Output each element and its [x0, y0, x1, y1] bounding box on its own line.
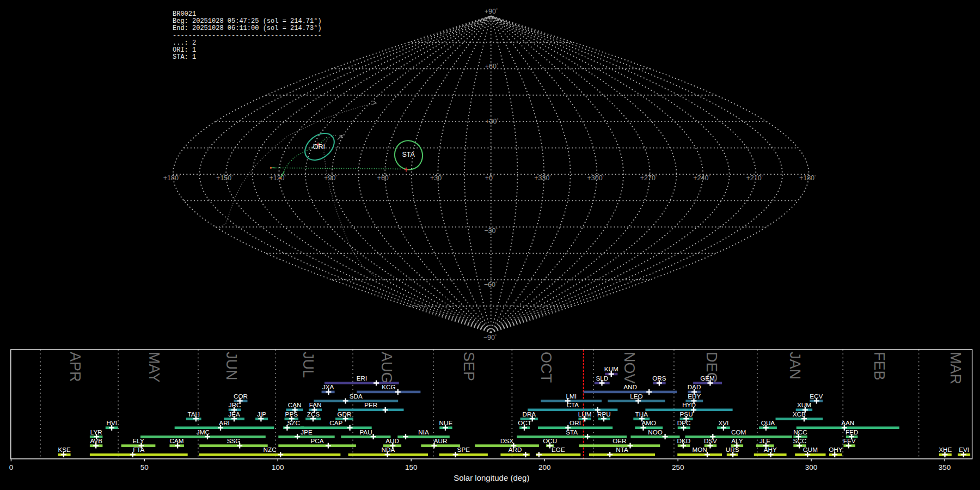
svg-text:DRA: DRA	[522, 411, 536, 418]
svg-text:------------------------------: --------------------------------------	[173, 32, 322, 40]
svg-text:JIP: JIP	[257, 411, 266, 418]
svg-text:+30°: +30°	[485, 118, 498, 125]
svg-text:Solar longitude (deg): Solar longitude (deg)	[454, 473, 529, 482]
svg-text:+60°: +60°	[377, 174, 390, 182]
svg-text:SSG: SSG	[227, 437, 241, 444]
svg-text:+180°: +180°	[163, 174, 180, 182]
svg-text:End: 20251028 06:11:00 (sol =: End: 20251028 06:11:00 (sol = 214.73°)	[173, 24, 322, 32]
svg-text:+330°: +330°	[534, 174, 551, 182]
svg-text:−30°: −30°	[484, 227, 497, 235]
svg-text:0: 0	[9, 463, 14, 471]
svg-text:NTA: NTA	[616, 446, 628, 453]
svg-text:+270°: +270°	[640, 174, 657, 182]
svg-text:JLE: JLE	[759, 437, 770, 444]
svg-text:FTA: FTA	[133, 446, 144, 453]
svg-text:ORI: ORI	[569, 419, 581, 426]
svg-text:ELY: ELY	[132, 437, 144, 444]
svg-text:DSX: DSX	[500, 437, 513, 444]
svg-text:COR: COR	[234, 393, 248, 400]
svg-text:+60°: +60°	[485, 63, 498, 70]
svg-text:NCC: NCC	[793, 428, 807, 436]
svg-text:BR0021: BR0021	[173, 10, 196, 18]
svg-text:GEM: GEM	[700, 375, 715, 382]
svg-text:AAN: AAN	[841, 419, 854, 426]
svg-text:SEP: SEP	[461, 352, 477, 381]
svg-text:JAN: JAN	[787, 352, 803, 379]
svg-text:ORI: 1: ORI: 1	[173, 46, 196, 54]
svg-text:+180°: +180°	[799, 174, 816, 182]
svg-text:JRC: JRC	[229, 401, 241, 408]
svg-text:PER: PER	[364, 401, 377, 408]
svg-text:NOV: NOV	[621, 352, 638, 384]
svg-text:−90°: −90°	[483, 334, 497, 341]
svg-text:JPE: JPE	[301, 428, 313, 436]
svg-text:KCG: KCG	[382, 383, 395, 390]
svg-text:FEB: FEB	[871, 352, 887, 381]
svg-text:GUM: GUM	[803, 446, 818, 453]
svg-text:MAR: MAR	[947, 352, 964, 384]
svg-text:+210°: +210°	[746, 174, 763, 182]
svg-text:SDA: SDA	[350, 393, 363, 400]
svg-text:−60°: −60°	[484, 281, 497, 289]
svg-text:+90°: +90°	[485, 8, 498, 15]
svg-text:XUM: XUM	[797, 401, 811, 408]
svg-text:350: 350	[939, 463, 951, 471]
svg-text:+30°: +30°	[430, 174, 443, 182]
svg-text:JUN: JUN	[223, 352, 240, 381]
svg-text:Beg: 20251028 05:47:25 (sol =: Beg: 20251028 05:47:25 (sol = 214.71°)	[173, 17, 322, 25]
svg-text:AUG: AUG	[378, 352, 395, 384]
svg-text:OHY: OHY	[829, 446, 843, 453]
svg-text:200: 200	[538, 463, 551, 471]
svg-text:NIA: NIA	[418, 428, 429, 436]
svg-text:100: 100	[272, 463, 284, 471]
svg-text:CAP: CAP	[329, 419, 342, 426]
svg-text:ORI: ORI	[313, 143, 325, 151]
svg-text:PCA: PCA	[311, 437, 324, 444]
svg-text:NOO: NOO	[648, 428, 663, 436]
svg-text:STA: 1: STA: 1	[173, 53, 196, 61]
svg-text:LEO: LEO	[630, 393, 642, 400]
svg-text:SZC: SZC	[287, 419, 300, 426]
svg-text:TAH: TAH	[187, 411, 200, 418]
svg-text:150: 150	[405, 463, 418, 471]
svg-text:AUR: AUR	[434, 437, 448, 444]
svg-text:+90°: +90°	[324, 174, 337, 182]
svg-text:...: 2: ...: 2	[173, 39, 196, 47]
svg-text:AND: AND	[623, 383, 637, 390]
svg-text:CTA: CTA	[567, 401, 579, 408]
svg-text:+120°: +120°	[269, 174, 286, 182]
svg-text:250: 250	[672, 463, 684, 471]
svg-text:STA: STA	[402, 151, 415, 158]
svg-text:QUA: QUA	[761, 419, 775, 426]
svg-text:50: 50	[140, 463, 149, 471]
svg-text:GDR: GDR	[338, 411, 352, 418]
svg-text:OCT: OCT	[538, 352, 554, 383]
svg-text:OER: OER	[612, 437, 626, 444]
svg-text:COM: COM	[731, 428, 746, 436]
svg-text:+300°: +300°	[587, 174, 604, 182]
svg-text:+240°: +240°	[693, 174, 710, 182]
svg-text:CAM: CAM	[170, 437, 184, 444]
svg-text:PAU: PAU	[359, 428, 372, 436]
svg-text:ERI: ERI	[357, 375, 367, 382]
svg-text:ARD: ARD	[509, 446, 522, 453]
svg-text:APR: APR	[67, 352, 83, 382]
svg-text:EGE: EGE	[552, 446, 565, 453]
svg-text:KSE: KSE	[58, 446, 71, 453]
svg-text:NZC: NZC	[264, 446, 277, 453]
svg-text:+0°: +0°	[485, 174, 494, 182]
svg-text:MON: MON	[692, 446, 707, 453]
svg-text:MAY: MAY	[146, 352, 162, 383]
svg-text:FEV: FEV	[843, 437, 856, 444]
svg-text:+150°: +150°	[216, 174, 233, 182]
svg-text:JUL: JUL	[300, 352, 316, 378]
svg-text:FAN: FAN	[309, 401, 322, 408]
svg-text:300: 300	[805, 463, 818, 471]
svg-text:SPE: SPE	[457, 446, 470, 453]
